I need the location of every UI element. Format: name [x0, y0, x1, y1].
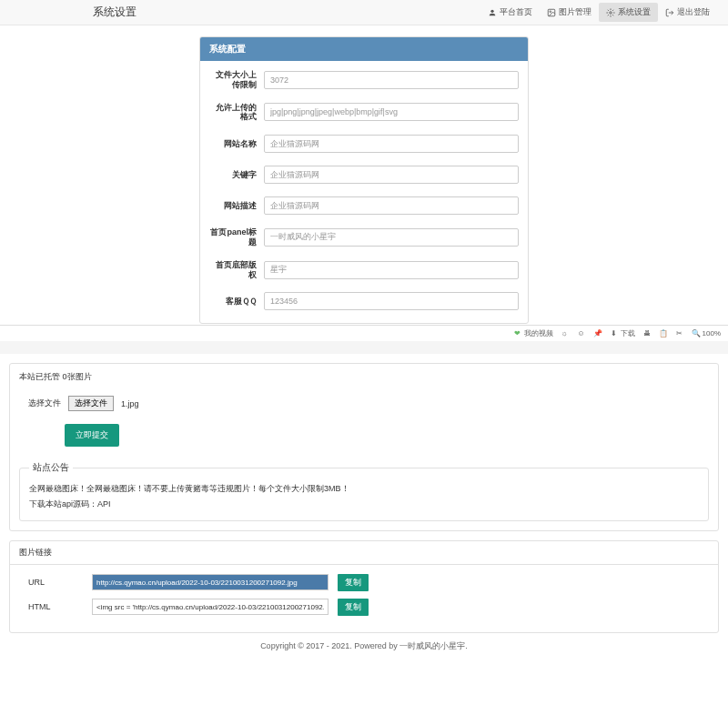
link-box: 图片链接 URL 复制 HTML 复制: [9, 540, 719, 633]
field-label: 首页panel标题: [209, 227, 264, 247]
notice-line: 下载本站api源码：API: [29, 497, 699, 511]
footer-copyright-input[interactable]: [264, 261, 519, 279]
menu-home[interactable]: 平台首页: [480, 3, 540, 22]
panel-title-input[interactable]: [264, 228, 519, 247]
smile-icon[interactable]: ☺: [577, 329, 586, 338]
notice-title: 站点公告: [29, 461, 73, 474]
notice-box: 站点公告 全网最稳图床！全网最稳图床！请不要上传黄赌毒等违规图片！每个文件大小限…: [19, 461, 709, 520]
settings-panel: 系统配置 文件大小上传限制 允许上传的格式 网站名称: [199, 36, 529, 324]
copy-html-button[interactable]: 复制: [338, 599, 369, 616]
status-download[interactable]: ⬇ 下载: [610, 328, 635, 338]
footer-text: Copyright © 2017 - 2021. Powered by 一时威风…: [9, 633, 719, 667]
menu-logout[interactable]: 退出登陆: [658, 3, 717, 22]
pin-icon[interactable]: 📌: [593, 329, 602, 338]
clipboard-icon[interactable]: 📋: [659, 329, 668, 338]
menu-settings[interactable]: 系统设置: [599, 3, 658, 22]
selected-file-name: 1.jpg: [121, 399, 139, 408]
field-label: 网站名称: [209, 139, 264, 149]
submit-button[interactable]: 立即提交: [65, 424, 119, 447]
link-title: 图片链接: [10, 541, 718, 565]
notice-line: 全网最稳图床！全网最稳图床！请不要上传黄赌毒等违规图片！每个文件大小限制3MB！: [29, 481, 699, 496]
html-label: HTML: [28, 602, 83, 611]
field-label: 网站描述: [209, 201, 264, 211]
status-zoom[interactable]: 🔍 100%: [692, 329, 721, 338]
upload-size-input[interactable]: [264, 71, 519, 89]
url-input[interactable]: [92, 574, 329, 590]
page-title: 系统设置: [11, 5, 136, 20]
menu-label: 系统设置: [618, 6, 651, 18]
field-label: 关键字: [209, 170, 264, 180]
field-label: 客服ＱＱ: [209, 297, 264, 307]
field-label: 首页底部版权: [209, 260, 264, 280]
heart-icon: ❤: [513, 329, 522, 338]
qq-input[interactable]: [264, 292, 519, 310]
site-desc-input[interactable]: [264, 196, 519, 215]
top-nav: 系统设置 平台首页 图片管理: [0, 0, 728, 25]
logout-icon: [665, 8, 674, 17]
hosting-count: 本站已托管 0张图片: [10, 364, 718, 390]
menu-label: 平台首页: [500, 6, 532, 18]
menu-label: 图片管理: [559, 6, 592, 18]
html-input[interactable]: [92, 599, 329, 615]
hosting-box: 本站已托管 0张图片 选择文件 选择文件 1.jpg 立即提交 站点公告 全网最…: [9, 363, 719, 530]
allowed-formats-input[interactable]: [264, 103, 519, 121]
file-picker-button[interactable]: 选择文件: [68, 396, 114, 411]
field-label: 文件大小上传限制: [209, 70, 264, 90]
site-name-input[interactable]: [264, 135, 519, 153]
select-file-label: 选择文件: [28, 398, 61, 409]
printer-icon[interactable]: 🖶: [642, 329, 652, 338]
sun-icon[interactable]: ☼: [561, 329, 570, 338]
gear-icon: [606, 8, 615, 17]
menu-label: 退出登陆: [677, 6, 710, 18]
svg-point-2: [550, 10, 551, 12]
screenshot-icon[interactable]: ✂: [675, 329, 684, 338]
url-label: URL: [28, 578, 83, 587]
svg-point-0: [490, 9, 493, 12]
copy-url-button[interactable]: 复制: [338, 574, 369, 591]
panel-header: 系统配置: [200, 37, 528, 61]
zoom-icon: 🔍: [692, 329, 701, 338]
status-mine[interactable]: ❤ 我的视频: [513, 328, 553, 338]
svg-point-3: [610, 11, 612, 14]
download-icon: ⬇: [610, 329, 619, 338]
status-bar: ❤ 我的视频 ☼ ☺ 📌 ⬇ 下载 🖶 📋 ✂ 🔍 100%: [0, 325, 728, 341]
top-menu: 平台首页 图片管理 系统设置: [480, 3, 717, 22]
image-icon: [547, 8, 556, 17]
menu-images[interactable]: 图片管理: [540, 3, 599, 22]
field-label: 允许上传的格式: [209, 103, 264, 123]
user-icon: [488, 8, 497, 17]
keywords-input[interactable]: [264, 166, 519, 184]
